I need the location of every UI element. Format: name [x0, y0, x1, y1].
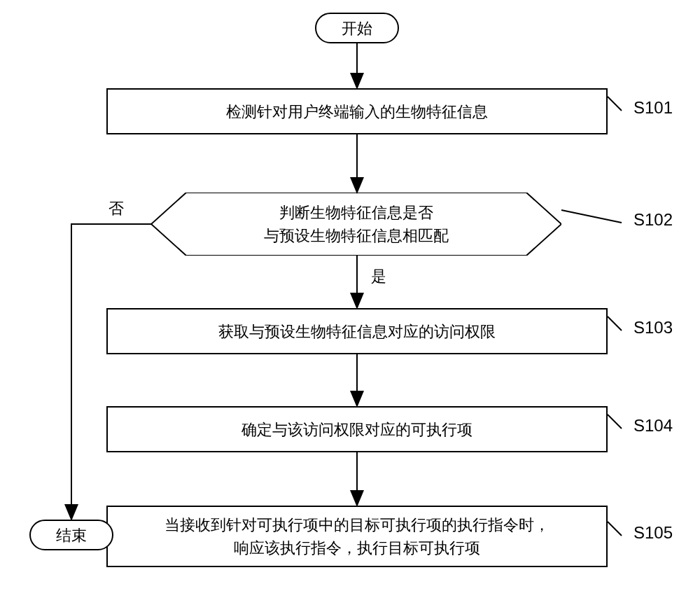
- decision-s102: 判断生物特征信息是否 与预设生物特征信息相匹配: [151, 193, 561, 256]
- end-label: 结束: [56, 524, 87, 547]
- start-label: 开始: [342, 17, 372, 40]
- process-s105: 当接收到针对可执行项中的目标可执行项的执行指令时， 响应该执行指令，执行目标可执…: [106, 506, 608, 567]
- decision-s102-text: 判断生物特征信息是否 与预设生物特征信息相匹配: [151, 193, 561, 256]
- step-label-s104: S104: [634, 416, 673, 436]
- process-s104: 确定与该访问权限对应的可执行项: [106, 406, 608, 452]
- step-label-s103: S103: [634, 318, 673, 338]
- step-label-s101: S101: [634, 98, 673, 118]
- svg-line-6: [608, 97, 622, 111]
- process-s105-text-line2: 响应该执行指令，执行目标可执行项: [234, 539, 480, 557]
- start-terminal: 开始: [315, 13, 399, 43]
- end-terminal: 结束: [29, 520, 113, 550]
- process-s101: 检测针对用户终端输入的生物特征信息: [106, 88, 608, 134]
- svg-line-9: [608, 415, 622, 429]
- process-s104-text: 确定与该访问权限对应的可执行项: [241, 418, 472, 441]
- svg-line-10: [608, 522, 622, 536]
- svg-line-8: [608, 317, 622, 331]
- svg-line-7: [561, 210, 622, 223]
- process-s103-text: 获取与预设生物特征信息对应的访问权限: [218, 320, 496, 343]
- process-s105-text-line1: 当接收到针对可执行项中的目标可执行项的执行指令时，: [164, 516, 550, 534]
- branch-no-label: 否: [108, 198, 124, 219]
- process-s103: 获取与预设生物特征信息对应的访问权限: [106, 308, 608, 354]
- process-s101-text: 检测针对用户终端输入的生物特征信息: [226, 100, 488, 123]
- step-label-s105: S105: [634, 523, 673, 543]
- step-label-s102: S102: [634, 210, 673, 230]
- branch-yes-label: 是: [371, 266, 386, 287]
